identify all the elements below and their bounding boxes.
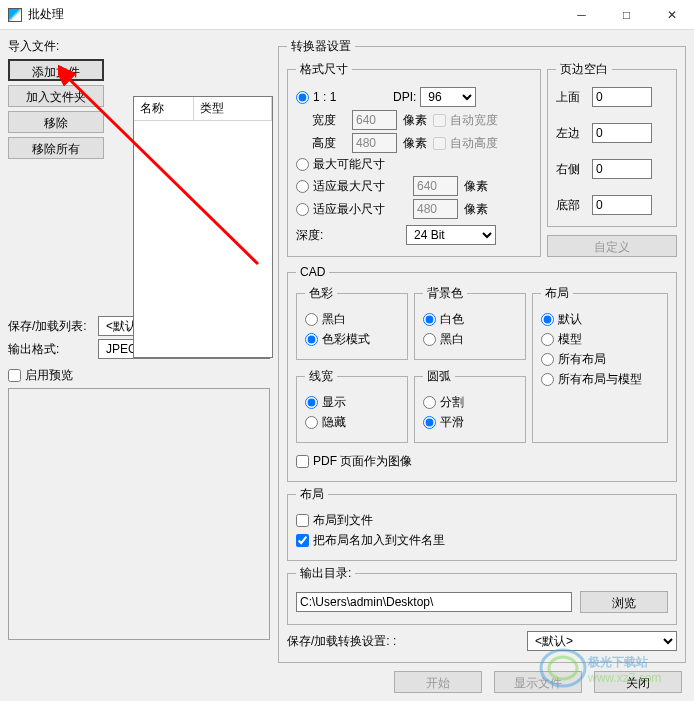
layout-allmodel-label: 所有布局与模型 (558, 371, 642, 388)
height-label: 高度 (312, 135, 352, 152)
arc-smooth-label: 平滑 (440, 414, 464, 431)
fit-min-input (413, 199, 458, 219)
margin-bottom-input[interactable] (592, 195, 652, 215)
settings-select[interactable]: <默认> (527, 631, 677, 651)
layout-all-radio[interactable] (541, 353, 554, 366)
color-rgb-label: 色彩模式 (322, 331, 370, 348)
lw-show-label: 显示 (322, 394, 346, 411)
height-pixel-label: 像素 (403, 135, 427, 152)
layout-to-file-checkbox[interactable] (296, 514, 309, 527)
app-icon (8, 8, 22, 22)
window-title: 批处理 (28, 6, 559, 23)
remove-all-button[interactable]: 移除所有 (8, 137, 104, 159)
margin-left-label: 左边 (556, 125, 592, 142)
color-rgb-radio[interactable] (305, 333, 318, 346)
height-input (352, 133, 397, 153)
bg-white-radio[interactable] (423, 313, 436, 326)
fit-min-label: 适应最小尺寸 (313, 201, 413, 218)
output-dir-input[interactable] (296, 592, 572, 612)
bg-white-label: 白色 (440, 311, 464, 328)
enable-preview-label: 启用预览 (25, 367, 73, 384)
bg-black-radio[interactable] (423, 333, 436, 346)
dpi-select[interactable]: 96 (420, 87, 476, 107)
format-size-fieldset: 格式尺寸 1 : 1 DPI: 96 宽度 像素 自动宽度 (287, 61, 541, 257)
margin-bottom-label: 底部 (556, 197, 592, 214)
arc-split-radio[interactable] (423, 396, 436, 409)
arc-legend: 圆弧 (423, 368, 455, 385)
titlebar: 批处理 ─ □ ✕ (0, 0, 694, 30)
margin-left-input[interactable] (592, 123, 652, 143)
save-load-list-label: 保存/加载列表: (8, 318, 94, 335)
arc-smooth-radio[interactable] (423, 416, 436, 429)
converter-settings-fieldset: 转换器设置 格式尺寸 1 : 1 DPI: 96 宽度 像素 (278, 38, 686, 663)
margin-right-input[interactable] (592, 159, 652, 179)
browse-button[interactable]: 浏览 (580, 591, 668, 613)
ratio-11-radio[interactable] (296, 91, 309, 104)
auto-height-label: 自动高度 (450, 135, 498, 152)
layout-to-filename-checkbox[interactable] (296, 534, 309, 547)
lw-show-radio[interactable] (305, 396, 318, 409)
width-input (352, 110, 397, 130)
layout2-fieldset: 布局 布局到文件 把布局名加入到文件名里 (287, 486, 677, 561)
layout2-legend: 布局 (296, 486, 328, 503)
add-folder-button[interactable]: 加入文件夹 (8, 85, 104, 107)
lw-hide-radio[interactable] (305, 416, 318, 429)
arc-fieldset: 圆弧 分割 平滑 (414, 368, 526, 443)
output-format-label: 输出格式: (8, 341, 94, 358)
cad-legend: CAD (296, 265, 329, 279)
format-size-legend: 格式尺寸 (296, 61, 352, 78)
layout-allmodel-radio[interactable] (541, 373, 554, 386)
layout-model-label: 模型 (558, 331, 582, 348)
linewidth-fieldset: 线宽 显示 隐藏 (296, 368, 408, 443)
linewidth-legend: 线宽 (305, 368, 337, 385)
minimize-button[interactable]: ─ (559, 0, 604, 29)
start-button: 开始 (394, 671, 482, 693)
file-list[interactable]: 名称 类型 (133, 96, 273, 358)
auto-width-label: 自动宽度 (450, 112, 498, 129)
close-button[interactable]: ✕ (649, 0, 694, 29)
close-dialog-button[interactable]: 关闭 (594, 671, 682, 693)
margin-top-input[interactable] (592, 87, 652, 107)
ratio-11-label: 1 : 1 (313, 90, 373, 104)
bg-legend: 背景色 (423, 285, 467, 302)
dpi-label: DPI: (393, 90, 416, 104)
lw-hide-label: 隐藏 (322, 414, 346, 431)
converter-legend: 转换器设置 (287, 38, 355, 55)
margins-legend: 页边空白 (556, 61, 612, 78)
fit-min-radio[interactable] (296, 203, 309, 216)
max-possible-radio[interactable] (296, 158, 309, 171)
layout-to-filename-label: 把布局名加入到文件名里 (313, 532, 445, 549)
depth-label: 深度: (296, 227, 406, 244)
fit-max-label: 适应最大尺寸 (313, 178, 413, 195)
column-name[interactable]: 名称 (134, 97, 194, 120)
column-type[interactable]: 类型 (194, 97, 272, 120)
bg-fieldset: 背景色 白色 黑白 (414, 285, 526, 360)
margins-fieldset: 页边空白 上面 左边 右侧 底部 (547, 61, 677, 227)
preview-area (8, 388, 270, 640)
margin-right-label: 右侧 (556, 161, 592, 178)
color-legend: 色彩 (305, 285, 337, 302)
color-fieldset: 色彩 黑白 色彩模式 (296, 285, 408, 360)
margin-top-label: 上面 (556, 89, 592, 106)
color-bw-radio[interactable] (305, 313, 318, 326)
bg-black-label: 黑白 (440, 331, 464, 348)
auto-height-checkbox (433, 137, 446, 150)
fit-max-input (413, 176, 458, 196)
depth-select[interactable]: 24 Bit (406, 225, 496, 245)
auto-width-checkbox (433, 114, 446, 127)
view-file-button: 显示文件 (494, 671, 582, 693)
import-files-label: 导入文件: (8, 38, 270, 55)
layout-to-file-label: 布局到文件 (313, 512, 373, 529)
max-possible-label: 最大可能尺寸 (313, 156, 385, 173)
color-bw-label: 黑白 (322, 311, 346, 328)
fit-max-radio[interactable] (296, 180, 309, 193)
remove-button[interactable]: 移除 (8, 111, 104, 133)
layout-default-radio[interactable] (541, 313, 554, 326)
maximize-button[interactable]: □ (604, 0, 649, 29)
layout-fieldset: 布局 默认 模型 所有布局 所有布局与模型 (532, 285, 668, 443)
enable-preview-checkbox[interactable] (8, 369, 21, 382)
add-file-button[interactable]: 添加文件 (8, 59, 104, 81)
pdf-as-image-checkbox[interactable] (296, 455, 309, 468)
layout-model-radio[interactable] (541, 333, 554, 346)
custom-button: 自定义 (547, 235, 677, 257)
